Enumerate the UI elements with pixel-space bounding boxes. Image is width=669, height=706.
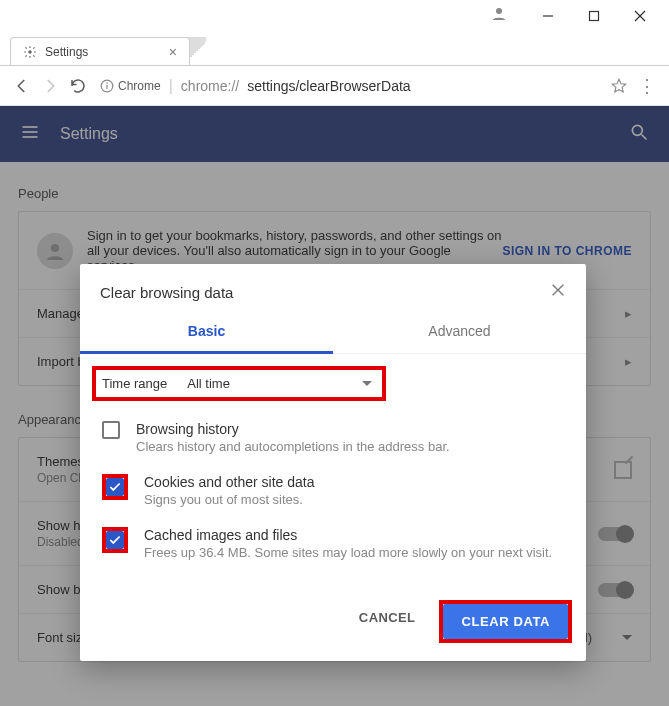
reload-button[interactable]: [68, 76, 88, 96]
minimize-button[interactable]: [525, 0, 571, 32]
close-tab-icon[interactable]: ×: [169, 44, 177, 60]
opt-cache[interactable]: Cached images and files Frees up 36.4 MB…: [94, 517, 572, 570]
cancel-button[interactable]: CANCEL: [345, 600, 430, 643]
new-tab-button[interactable]: [188, 37, 206, 65]
browser-tabstrip: Settings ×: [0, 32, 669, 66]
svg-point-0: [496, 8, 502, 14]
time-range-row: Time range All time: [94, 368, 384, 399]
url-path: settings/clearBrowserData: [247, 78, 410, 94]
back-button[interactable]: [12, 76, 32, 96]
forward-button: [40, 76, 60, 96]
clear-browsing-data-dialog: Clear browsing data Basic Advanced Time …: [80, 264, 586, 661]
bookmark-star-icon[interactable]: [609, 76, 629, 96]
account-icon[interactable]: [490, 5, 508, 27]
site-label: Chrome: [118, 79, 161, 93]
site-info-button[interactable]: Chrome: [100, 79, 161, 93]
gear-icon: [23, 45, 37, 59]
svg-point-5: [28, 50, 32, 54]
browser-toolbar: Chrome | chrome://settings/clearBrowserD…: [0, 66, 669, 106]
opt-cookies[interactable]: Cookies and other site data Signs you ou…: [94, 464, 572, 517]
close-dialog-button[interactable]: [550, 282, 566, 303]
settings-app: Settings People Sign in to get your book…: [0, 106, 669, 706]
url-scheme: chrome://: [181, 78, 239, 94]
chevron-down-icon: [362, 381, 372, 386]
svg-rect-2: [590, 12, 599, 21]
tab-advanced[interactable]: Advanced: [333, 311, 586, 354]
tab-basic[interactable]: Basic: [80, 311, 333, 354]
checkbox[interactable]: [106, 478, 124, 496]
checkbox[interactable]: [106, 531, 124, 549]
browser-tab[interactable]: Settings ×: [10, 37, 190, 65]
checkbox[interactable]: [102, 421, 120, 439]
tab-title: Settings: [45, 45, 161, 59]
maximize-button[interactable]: [571, 0, 617, 32]
window-titlebar: [0, 0, 669, 32]
dialog-title: Clear browsing data: [100, 284, 550, 301]
highlight: CLEAR DATA: [439, 600, 572, 643]
time-range-label: Time range: [102, 376, 167, 391]
svg-rect-8: [106, 84, 107, 88]
browser-menu-button[interactable]: ⋮: [637, 76, 657, 96]
time-range-select[interactable]: All time: [183, 376, 376, 391]
opt-browsing-history[interactable]: Browsing history Clears history and auto…: [94, 411, 572, 464]
close-window-button[interactable]: [617, 0, 663, 32]
svg-point-7: [106, 82, 108, 84]
clear-data-button[interactable]: CLEAR DATA: [443, 604, 568, 639]
highlight: [102, 474, 128, 500]
highlight: [102, 527, 128, 553]
omnibox[interactable]: Chrome | chrome://settings/clearBrowserD…: [96, 77, 601, 95]
